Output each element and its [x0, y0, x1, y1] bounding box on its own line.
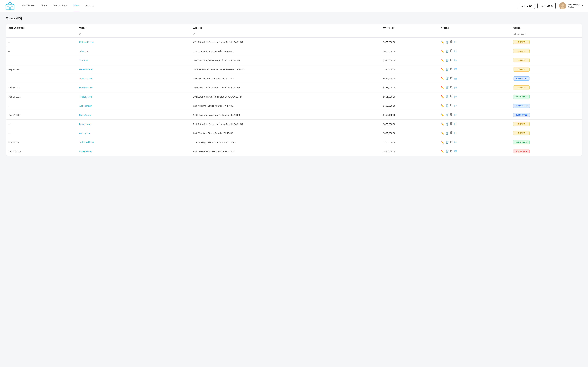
- client-link[interactable]: Matthew Frey: [79, 86, 93, 89]
- delete-icon[interactable]: 🗑️: [445, 141, 449, 144]
- client-link[interactable]: Jenna Graves: [79, 77, 93, 80]
- row-client[interactable]: Jaden Williams: [77, 138, 191, 147]
- document-icon[interactable]: [450, 77, 453, 80]
- row-client[interactable]: Ben Weaber: [77, 110, 191, 120]
- add-client-button[interactable]: + Client: [537, 3, 556, 9]
- client-link[interactable]: Alek Tomazin: [79, 105, 92, 107]
- edit-icon[interactable]: ✏️: [441, 59, 444, 62]
- delete-icon[interactable]: 🗑️: [445, 41, 449, 44]
- email-icon[interactable]: ✉️: [454, 150, 458, 153]
- document-icon[interactable]: [450, 132, 453, 135]
- row-date: –: [6, 47, 77, 56]
- main-nav: Dashboard Clients Loan Officers Offers T…: [22, 4, 518, 8]
- client-link[interactable]: Tim Smith: [79, 59, 89, 62]
- edit-icon[interactable]: ✏️: [441, 141, 444, 144]
- row-status: REJECTED: [511, 147, 582, 156]
- add-offer-button[interactable]: + Offer: [518, 3, 535, 9]
- document-icon[interactable]: [450, 40, 453, 44]
- row-client[interactable]: Aimee Fisher: [77, 147, 191, 156]
- nav-dashboard[interactable]: Dashboard: [22, 4, 34, 8]
- document-icon[interactable]: [450, 141, 453, 144]
- delete-icon[interactable]: 🗑️: [445, 50, 449, 53]
- email-icon[interactable]: ✉️: [454, 41, 458, 44]
- row-client[interactable]: Matthew Frey: [77, 83, 191, 92]
- delete-icon[interactable]: 🗑️: [445, 104, 449, 108]
- edit-icon[interactable]: ✏️: [441, 77, 444, 80]
- document-icon[interactable]: [450, 122, 453, 126]
- row-client[interactable]: Aubrey Lee: [77, 129, 191, 138]
- col-client[interactable]: Client ▼: [77, 24, 191, 32]
- email-icon[interactable]: ✉️: [454, 113, 458, 117]
- filter-price: [381, 32, 438, 37]
- filter-client[interactable]: [77, 32, 191, 37]
- document-icon[interactable]: [450, 150, 453, 153]
- logo[interactable]: bop: [5, 1, 15, 10]
- email-icon[interactable]: ✉️: [454, 86, 458, 89]
- nav-loan-officers[interactable]: Loan Officers: [53, 4, 68, 8]
- edit-icon[interactable]: ✏️: [441, 132, 444, 135]
- delete-icon[interactable]: 🗑️: [445, 68, 449, 71]
- client-link[interactable]: Timothy Mehl: [79, 95, 92, 98]
- delete-icon[interactable]: 🗑️: [445, 132, 449, 135]
- client-link[interactable]: Jaden Williams: [79, 141, 94, 143]
- row-client[interactable]: Alek Tomazin: [77, 101, 191, 110]
- avatar: [559, 2, 566, 9]
- document-icon[interactable]: [450, 113, 453, 117]
- document-icon[interactable]: [450, 86, 453, 89]
- email-icon[interactable]: ✉️: [454, 50, 458, 53]
- email-icon[interactable]: ✉️: [454, 104, 458, 108]
- address-search-input[interactable]: [196, 33, 378, 35]
- user-menu[interactable]: Ava Smith Realtor ▼: [559, 2, 583, 9]
- document-icon[interactable]: [450, 58, 453, 62]
- client-link[interactable]: Melissa Kellow: [79, 41, 94, 43]
- document-icon[interactable]: [450, 68, 453, 71]
- delete-icon[interactable]: 🗑️: [445, 123, 449, 126]
- client-link[interactable]: Aimee Fisher: [79, 150, 92, 153]
- edit-icon[interactable]: ✏️: [441, 68, 444, 71]
- delete-icon[interactable]: 🗑️: [445, 86, 449, 89]
- row-client[interactable]: Tim Smith: [77, 56, 191, 65]
- delete-icon[interactable]: 🗑️: [445, 59, 449, 62]
- client-link[interactable]: Lucas Henry: [79, 123, 91, 125]
- edit-icon[interactable]: ✏️: [441, 123, 444, 126]
- email-icon[interactable]: ✉️: [454, 68, 458, 71]
- email-icon[interactable]: ✉️: [454, 123, 458, 126]
- edit-icon[interactable]: ✏️: [441, 113, 444, 117]
- document-icon[interactable]: [450, 95, 453, 98]
- row-client[interactable]: Jenna Graves: [77, 74, 191, 83]
- row-price: $875,000.00: [381, 47, 438, 56]
- email-icon[interactable]: ✉️: [454, 77, 458, 80]
- row-client[interactable]: Melissa Kellow: [77, 37, 191, 47]
- row-client[interactable]: Timothy Mehl: [77, 92, 191, 101]
- row-client[interactable]: John Doe: [77, 47, 191, 56]
- delete-icon[interactable]: 🗑️: [445, 77, 449, 80]
- row-client[interactable]: Lucas Henry: [77, 120, 191, 129]
- document-icon[interactable]: [450, 104, 453, 108]
- email-icon[interactable]: ✉️: [454, 59, 458, 62]
- email-icon[interactable]: ✉️: [454, 95, 458, 98]
- edit-icon[interactable]: ✏️: [441, 86, 444, 89]
- client-link[interactable]: Deven Murray: [79, 68, 93, 71]
- filter-address[interactable]: [191, 32, 381, 37]
- row-client[interactable]: Deven Murray: [77, 65, 191, 74]
- edit-icon[interactable]: ✏️: [441, 50, 444, 53]
- edit-icon[interactable]: ✏️: [441, 95, 444, 98]
- delete-icon[interactable]: 🗑️: [445, 113, 449, 117]
- delete-icon[interactable]: 🗑️: [445, 150, 449, 153]
- edit-icon[interactable]: ✏️: [441, 150, 444, 153]
- nav-clients[interactable]: Clients: [40, 4, 47, 8]
- delete-icon[interactable]: 🗑️: [445, 95, 449, 98]
- row-address: 523 Retherford Drive, Huntington Beach, …: [191, 120, 381, 129]
- document-icon[interactable]: [450, 50, 453, 53]
- client-link[interactable]: Ben Weaber: [79, 114, 91, 116]
- email-icon[interactable]: ✉️: [454, 132, 458, 135]
- edit-icon[interactable]: ✏️: [441, 41, 444, 44]
- filter-status[interactable]: All Statuses ▼: [511, 32, 582, 37]
- email-icon[interactable]: ✉️: [454, 141, 458, 144]
- nav-offers[interactable]: Offers: [73, 4, 80, 11]
- client-link[interactable]: John Doe: [79, 50, 88, 52]
- client-link[interactable]: Aubrey Lee: [79, 132, 90, 134]
- edit-icon[interactable]: ✏️: [441, 104, 444, 108]
- nav-toolbox[interactable]: Toolbox: [85, 4, 94, 8]
- client-search-input[interactable]: [82, 33, 188, 35]
